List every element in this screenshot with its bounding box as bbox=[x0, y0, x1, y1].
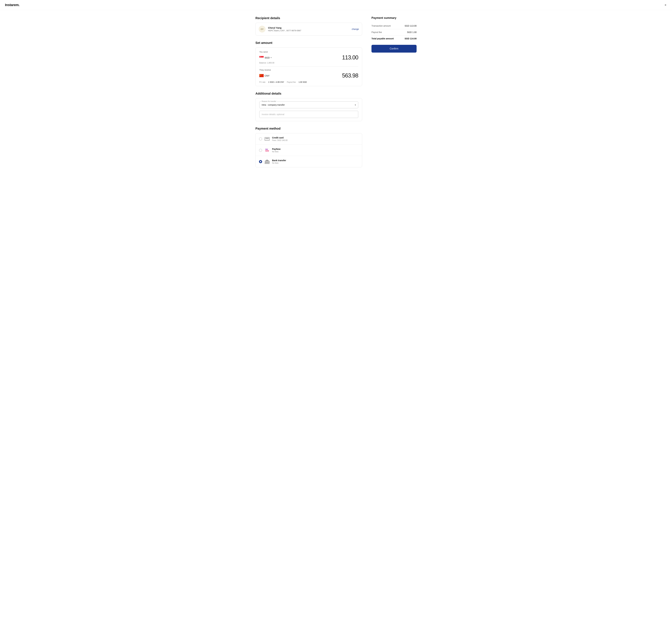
payout-fee-value: 1.00 SGD bbox=[298, 81, 307, 83]
bank-columns-icon bbox=[265, 161, 269, 163]
paynow-icon: PAY NOW bbox=[264, 148, 270, 152]
bank-transfer-name: Bank transfer bbox=[272, 159, 359, 162]
payout-fee-label: Payout fee bbox=[287, 81, 296, 83]
reason-select-wrapper[interactable]: Reason for transfer Intra - company tran… bbox=[259, 101, 358, 108]
payout-fee-summary-label: Payout fee bbox=[371, 31, 382, 33]
recipient-section-title: Recipient details bbox=[256, 16, 362, 20]
recipient-separator: | bbox=[279, 29, 281, 32]
they-receive-currency-amount: CNY 563.98 bbox=[259, 72, 358, 79]
app-header: Instarem. × bbox=[0, 0, 672, 10]
fx-rate-value: 1 SGD = 4.99 CNY bbox=[268, 81, 284, 83]
total-payable-label: Total payable amount bbox=[371, 37, 394, 40]
recipient-account: 0077-9879-0987 bbox=[286, 29, 301, 32]
recipient-currency: CNY bbox=[281, 29, 285, 32]
paynow-name: PayNow bbox=[272, 148, 359, 150]
payout-fee-row: Payout fee SGD 1.00 bbox=[371, 29, 416, 35]
bank-transfer-info: Bank transfer No fees bbox=[272, 159, 359, 164]
set-amount-title: Set amount bbox=[256, 41, 362, 45]
paynow-info: PayNow No fees bbox=[272, 148, 359, 153]
recipient-bank: HDFC Bank bbox=[268, 29, 279, 32]
close-button[interactable]: × bbox=[664, 3, 667, 7]
they-receive-row: They receive CN bbox=[259, 69, 358, 79]
you-send-label: You send bbox=[259, 51, 358, 53]
svg-point-3 bbox=[260, 56, 261, 57]
recipient-card: CY Cheryl Yang HDFC Bank | CNY , 0077-98… bbox=[256, 23, 362, 35]
send-currency-code: SGD bbox=[265, 56, 270, 59]
reason-select-value: Intra - company transfer bbox=[262, 104, 285, 106]
recipient-comma: , bbox=[285, 29, 286, 32]
logo: Instarem. bbox=[5, 3, 20, 7]
set-amount-section: Set amount You send bbox=[256, 41, 362, 86]
payment-option-bank-transfer[interactable]: Bank transfer No fees bbox=[256, 156, 362, 167]
additional-details-card: Reason for transfer Intra - company tran… bbox=[256, 98, 362, 121]
confirm-button[interactable]: Confirm bbox=[371, 45, 416, 53]
send-currency-chevron-icon: ▾ bbox=[271, 57, 271, 59]
payment-method-title: Payment method bbox=[256, 127, 362, 130]
fx-rate-label: FX rate bbox=[259, 81, 265, 83]
additional-details-section: Additional details Reason for transfer I… bbox=[256, 92, 362, 121]
payment-summary-title: Payment summary bbox=[371, 16, 416, 20]
you-send-currency-amount: SGD ▾ 113.00 bbox=[259, 54, 358, 61]
bank-transfer-fees: No fees bbox=[272, 162, 359, 164]
recipient-sub: HDFC Bank | CNY , 0077-9879-0987 bbox=[268, 29, 349, 32]
main-layout: Recipient details CY Cheryl Yang HDFC Ba… bbox=[250, 10, 422, 174]
svg-rect-0 bbox=[259, 56, 264, 57]
credit-card-fees: Fees: SGD 140.00 bbox=[272, 139, 359, 141]
right-column: Payment summary Transaction amount SGD 1… bbox=[371, 16, 416, 167]
recipient-info: Cheryl Yang HDFC Bank | CNY , 0077-9879-… bbox=[268, 26, 349, 32]
payment-method-card: Credit card Fees: SGD 140.00 PAY NOW Pa bbox=[256, 133, 362, 167]
sg-flag-icon bbox=[259, 56, 264, 59]
payment-option-paynow[interactable]: PAY NOW PayNow No fees bbox=[256, 145, 362, 156]
additional-details-title: Additional details bbox=[256, 92, 362, 95]
bank-transfer-icon bbox=[264, 160, 270, 164]
total-payable-value: SGD 114.00 bbox=[405, 37, 416, 40]
receive-currency-code: CNY bbox=[265, 74, 270, 77]
payment-method-section: Payment method bbox=[256, 127, 362, 167]
bank-base-icon bbox=[265, 163, 270, 164]
invoice-input[interactable] bbox=[259, 111, 358, 118]
bank-roof-icon bbox=[265, 160, 269, 161]
credit-card-icon bbox=[264, 137, 270, 141]
svg-rect-1 bbox=[259, 57, 264, 59]
transaction-amount-label: Transaction amount bbox=[371, 25, 391, 27]
payout-fee-summary-value: SGD 1.00 bbox=[407, 31, 416, 33]
transaction-amount-row: Transaction amount SGD 113.00 bbox=[371, 23, 416, 29]
bank-transfer-radio[interactable] bbox=[259, 160, 262, 163]
credit-card-radio[interactable] bbox=[259, 137, 262, 141]
they-receive-label: They receive bbox=[259, 69, 358, 71]
avatar: CY bbox=[259, 26, 266, 32]
credit-card-name: Credit card bbox=[272, 137, 359, 139]
recipient-name: Cheryl Yang bbox=[268, 26, 349, 29]
cn-flag-icon bbox=[259, 74, 264, 77]
reason-float-label: Reason for transfer bbox=[261, 100, 277, 102]
paynow-fees: No fees bbox=[272, 151, 359, 153]
credit-card-info: Credit card Fees: SGD 140.00 bbox=[272, 137, 359, 141]
receive-currency-selector: CNY bbox=[259, 74, 270, 77]
send-currency-selector[interactable]: SGD ▾ bbox=[259, 56, 271, 59]
change-link[interactable]: change bbox=[352, 28, 359, 30]
reason-chevron-icon: ▾ bbox=[355, 104, 356, 106]
paynow-radio[interactable] bbox=[259, 149, 262, 152]
payment-option-credit-card[interactable]: Credit card Fees: SGD 140.00 bbox=[256, 133, 362, 145]
receive-amount-value: 563.98 bbox=[342, 72, 358, 79]
send-amount-value: 113.00 bbox=[342, 54, 358, 61]
balance-text: Balance: 1,800.00 bbox=[259, 62, 358, 64]
fx-row: FX rate 1 SGD = 4.99 CNY Payout fee 1.00… bbox=[259, 81, 358, 83]
transaction-amount-value: SGD 113.00 bbox=[405, 25, 416, 27]
you-send-row: You send SGD ▾ bbox=[259, 51, 358, 64]
amount-card: You send SGD ▾ bbox=[256, 47, 362, 86]
recipient-section: Recipient details CY Cheryl Yang HDFC Ba… bbox=[256, 16, 362, 35]
total-payable-row: Total payable amount SGD 114.00 bbox=[371, 35, 416, 42]
svg-rect-5 bbox=[259, 74, 264, 77]
left-column: Recipient details CY Cheryl Yang HDFC Ba… bbox=[256, 16, 362, 167]
